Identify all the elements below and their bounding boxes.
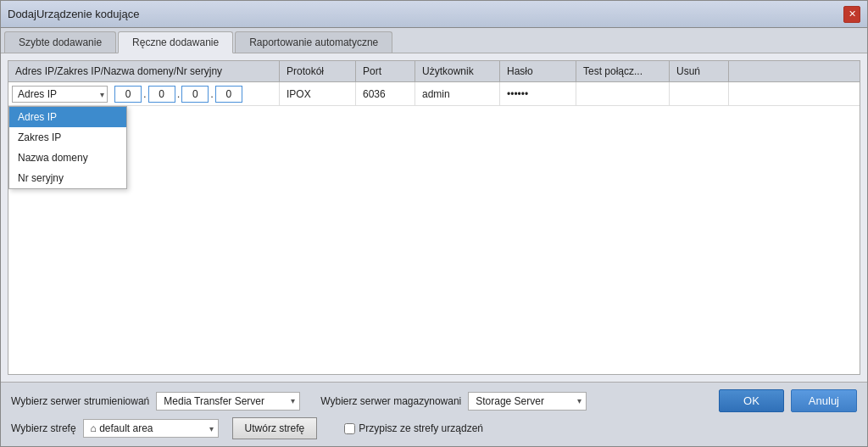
stream-server-label: Wybierz serwer strumieniowań [11,395,149,407]
tab-auto[interactable]: Raportowanie automatyczne [235,31,392,53]
assign-zone-label: Przypisz ze strefy urządzeń [359,422,483,434]
table-body: Adres IP Zakres IP Nazwa domeny Nr seryj… [8,81,860,375]
table-header: Adres IP/Zakres IP/Nazwa domeny/Nr seryj… [8,60,860,81]
td-protocol: IPOX [280,82,356,105]
title-bar: DodajUrządzenie kodujące ✕ [1,1,867,28]
create-zone-button[interactable]: Utwórz strefę [232,417,318,439]
ip-input-2[interactable] [148,86,175,103]
assign-zone-wrap: Przypisz ze strefy urządzeń [344,422,483,434]
zone-label: Wybierz strefę [11,422,76,434]
cancel-button[interactable]: Anuluj [791,389,857,412]
tab-quick[interactable]: Szybte dodawanie [4,31,116,53]
ip-type-dropdown: Adres IP Zakres IP Nazwa domeny Nr seryj… [8,106,127,189]
dialog: DodajUrządzenie kodujące ✕ Szybte dodawa… [0,0,868,447]
tab-bar: Szybte dodawanie Ręczne dodawanie Raport… [1,28,867,53]
dropdown-item-zakres-ip[interactable]: Zakres IP [9,127,126,148]
footer: Wybierz serwer strumieniowań Media Trans… [1,382,867,446]
storage-server-select-wrap: Storage Server ▾ [468,392,587,411]
ok-button[interactable]: OK [719,389,784,412]
th-address: Adres IP/Zakres IP/Nazwa domeny/Nr seryj… [8,61,280,81]
ip-input-1[interactable] [114,86,142,103]
ip-type-select[interactable]: Adres IP Zakres IP Nazwa domeny Nr seryj… [12,86,108,103]
ip-input-4[interactable] [215,86,242,103]
footer-action-buttons: OK Anuluj [719,389,857,412]
close-button[interactable]: ✕ [843,6,860,23]
th-user: Użytkownik [415,61,500,81]
ip-cell: Adres IP Zakres IP Nazwa domeny Nr seryj… [8,82,280,105]
ip-type-select-wrap: Adres IP Zakres IP Nazwa domeny Nr seryj… [12,86,108,103]
dialog-title: DodajUrządzenie kodujące [8,8,139,20]
dropdown-item-nr-seryjny[interactable]: Nr seryjny [9,168,126,188]
th-port: Port [356,61,415,81]
th-protocol: Protokół [280,61,356,81]
th-test: Test połącz... [576,61,670,81]
assign-zone-checkbox[interactable] [344,423,355,434]
td-user: admin [415,82,500,105]
ip-input-3[interactable] [181,86,209,103]
td-test [576,82,670,105]
dropdown-item-nazwa-domeny[interactable]: Nazwa domeny [9,148,126,168]
table-row: Adres IP Zakres IP Nazwa domeny Nr seryj… [8,82,860,106]
td-extra [729,82,763,105]
td-delete [670,82,729,105]
content-area: Adres IP/Zakres IP/Nazwa domeny/Nr seryj… [1,53,867,382]
td-password: •••••• [500,82,576,105]
th-delete: Usuń [670,61,729,81]
th-password: Hasło [500,61,576,81]
zone-select-wrap: ⌂ default area ▾ [83,419,219,438]
footer-row-2: Wybierz strefę ⌂ default area ▾ Utwórz s… [11,417,857,439]
td-port: 6036 [356,82,415,105]
storage-server-select[interactable]: Storage Server [468,392,587,411]
footer-row-1: Wybierz serwer strumieniowań Media Trans… [11,389,857,412]
tab-manual[interactable]: Ręczne dodawanie [118,31,233,53]
zone-select[interactable]: ⌂ default area [83,419,219,438]
storage-server-label: Wybierz serwer magazynowani [320,395,461,407]
dropdown-item-adres-ip[interactable]: Adres IP [9,107,126,127]
stream-server-select-wrap: Media Transfer Server ▾ [156,392,300,411]
stream-server-select[interactable]: Media Transfer Server [156,392,300,411]
th-extra [729,61,763,81]
